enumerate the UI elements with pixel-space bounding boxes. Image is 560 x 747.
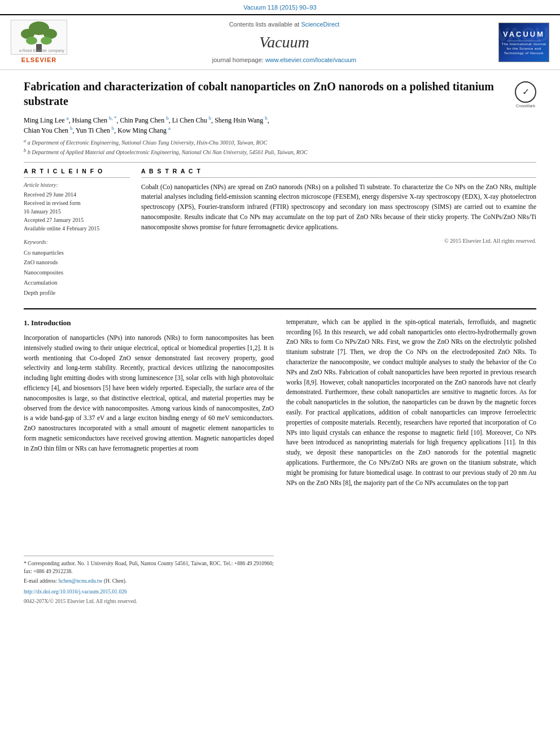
science-direct-link[interactable]: ScienceDirect [301, 21, 339, 28]
affiliation-a: a a Department of Electronic Engineering… [24, 138, 536, 147]
body-col-1: 1. Introduction Incorporation of nanopar… [24, 317, 274, 605]
homepage-link[interactable]: www.elsevier.com/locate/vacuum [265, 56, 356, 63]
revised-date: 16 January 2015 [24, 207, 130, 216]
body-col-2: temperature, which can be applied in the… [286, 317, 536, 605]
svg-point-4 [26, 37, 37, 45]
elsevier-logo: a Reed Elsevier company ELSEVIER [8, 20, 70, 64]
paper-title: Fabrication and characterization of coba… [24, 79, 508, 108]
keyword-4: Accumulation [24, 278, 130, 288]
keyword-5: Depth profile [24, 288, 130, 298]
abstract-text: Cobalt (Co) nanoparticles (NPs) are spre… [141, 182, 536, 233]
doi-link[interactable]: http://dx.doi.org/10.1016/j.vacuum.2015.… [24, 589, 127, 595]
top-bar: Vacuum 118 (2015) 90–93 [0, 0, 560, 14]
history-label: Article history: [24, 181, 130, 189]
keywords-list: Co nanoparticles ZnO nanorods Nanocompos… [24, 248, 130, 298]
article-abstract-row: A R T I C L E I N F O Article history: R… [24, 167, 536, 298]
vacuum-logo-box: VACUUM VACUUM The International Journal … [498, 23, 552, 62]
homepage-label: journal homepage: [212, 56, 265, 63]
intro-heading: 1. Introduction [24, 317, 274, 329]
revised-label: Received in revised form [24, 199, 130, 207]
authors-line: Ming Ling Lee a, Hsiang Chen b, *, Chin … [24, 115, 536, 136]
article-info-heading: A R T I C L E I N F O [24, 167, 130, 178]
keyword-3: Nanocomposites [24, 268, 130, 278]
keywords-label: Keywords: [24, 238, 130, 246]
svg-text:a Reed Elsevier company: a Reed Elsevier company [19, 49, 64, 53]
email-link[interactable]: hchen@ncnu.edu.tw [59, 578, 103, 584]
online-date: Available online 4 February 2015 [24, 224, 130, 233]
issn-line: 0042-207X/© 2015 Elsevier Ltd. All right… [24, 597, 274, 606]
abstract-col: A B S T R A C T Cobalt (Co) nanoparticle… [141, 167, 536, 298]
vacuum-logo-label: VACUUM [503, 29, 545, 40]
copyright-line: © 2015 Elsevier Ltd. All rights reserved… [141, 237, 536, 245]
journal-header: a Reed Elsevier company ELSEVIER Content… [0, 14, 560, 69]
affiliation-b: b b Department of Applied Material and O… [24, 147, 536, 156]
email-label: E-mail address: [24, 578, 59, 584]
footnote-section: * Corresponding author. No. 1 University… [24, 556, 274, 606]
keyword-2: ZnO nanorods [24, 257, 130, 268]
affiliations: a a Department of Electronic Engineering… [24, 138, 536, 156]
divider-1 [24, 162, 536, 163]
elsevier-tree-icon: a Reed Elsevier company [14, 21, 64, 53]
email-line: E-mail address: hchen@ncnu.edu.tw (H. Ch… [24, 577, 274, 586]
article-info-col: A R T I C L E I N F O Article history: R… [24, 167, 130, 298]
crossmark-badge: ✓ CrossMark [515, 81, 536, 109]
intro-col1-para1: Incorporation of nanoparticles (NPs) int… [24, 333, 274, 454]
svg-point-5 [41, 37, 52, 45]
accepted-date: Accepted 27 January 2015 [24, 216, 130, 224]
keyword-1: Co nanoparticles [24, 248, 130, 258]
crossmark-label: CrossMark [515, 103, 536, 109]
section-divider [24, 308, 536, 309]
corresponding-note: * Corresponding author. No. 1 University… [24, 560, 274, 576]
received-date: Received 29 June 2014 [24, 190, 130, 199]
journal-name: Vacuum [75, 31, 494, 53]
journal-center: Contents lists available at ScienceDirec… [75, 20, 494, 64]
intro-col2-para1: temperature, which can be applied in the… [286, 317, 536, 488]
elsevier-wordmark: ELSEVIER [21, 56, 56, 64]
main-content: Fabrication and characterization of coba… [0, 70, 560, 614]
email-suffix: (H. Chen). [103, 578, 127, 584]
journal-issue: Vacuum 118 (2015) 90–93 [243, 4, 316, 11]
abstract-heading: A B S T R A C T [141, 167, 536, 178]
contents-label: Contents lists available at [229, 21, 301, 28]
doi-line: http://dx.doi.org/10.1016/j.vacuum.2015.… [24, 588, 274, 596]
body-content: 1. Introduction Incorporation of nanopar… [24, 317, 536, 605]
